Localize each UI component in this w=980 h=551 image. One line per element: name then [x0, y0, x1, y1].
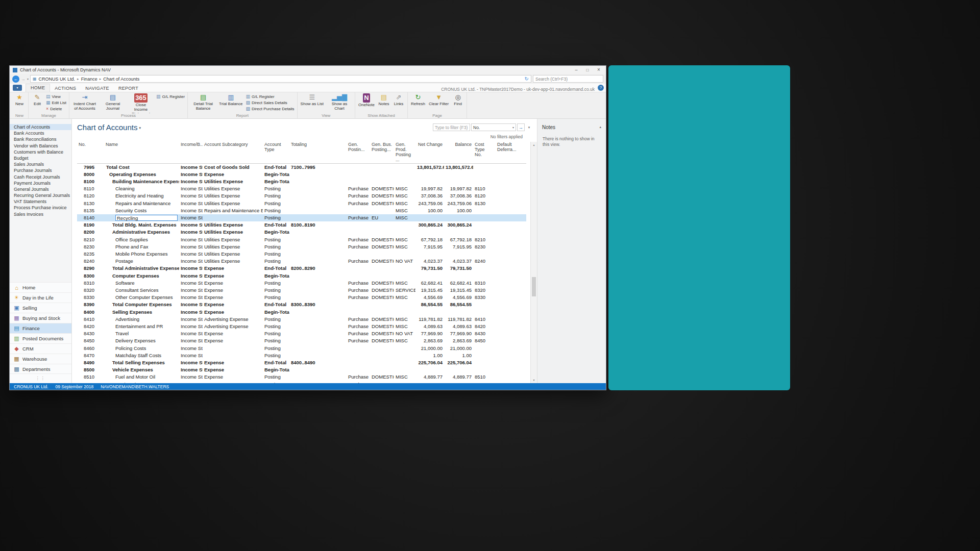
search-input[interactable]: Search (Ctrl+F3) [533, 75, 603, 83]
tab-actions[interactable]: ACTIONS [50, 85, 81, 92]
column-header-bal[interactable]: Balance [444, 142, 473, 163]
ribbon-button-delete[interactable]: ×Delete [45, 106, 67, 112]
table-row[interactable]: 8500Vehicle ExpensesIncome St...ExpenseB… [77, 366, 526, 373]
table-row[interactable]: 8300Computer ExpensesIncome St...Expense… [77, 272, 526, 280]
ribbon-button-new[interactable]: ★New [12, 93, 27, 113]
ribbon-button-notes[interactable]: ▤Notes [377, 93, 391, 113]
table-row[interactable]: 8140RecyclingIncome St...PostingPurchase… [77, 214, 526, 221]
sidebar-item-customers-with-balance[interactable]: Customers with Balance [10, 149, 71, 155]
table-row[interactable]: 8330Other Computer ExpensesIncome St...E… [77, 294, 526, 301]
tab-home[interactable]: HOME [26, 84, 50, 92]
sidebar-grip[interactable]: ⋮⋮ [10, 373, 71, 383]
ribbon-button-view[interactable]: ▤View [45, 93, 67, 99]
column-header-bus[interactable]: Gen. Bus. Posting... [370, 142, 394, 163]
table-row[interactable]: 8120Electricity and HeatingIncome St...U… [77, 192, 526, 199]
page-title-caret-icon[interactable]: ▾ [139, 126, 141, 130]
column-header-net[interactable]: Net Change [415, 142, 444, 163]
sidebar-item-chart-of-accounts[interactable]: Chart of Accounts [10, 124, 71, 130]
history-dropdown-icon[interactable] [27, 77, 29, 81]
sidebar-item-bank-accounts[interactable]: Bank Accounts [10, 130, 71, 136]
column-header-gen[interactable]: Gen. Postin... [347, 142, 370, 163]
ribbon-button-edit-list[interactable]: ▦Edit List [45, 99, 67, 106]
table-row[interactable]: 8310SoftwareIncome St...ExpensePostingPu… [77, 280, 526, 287]
ribbon-button-onenote[interactable]: NOneNote [357, 93, 376, 113]
ribbon-button-show-as-list[interactable]: ☰Show as List [299, 93, 325, 113]
table-row[interactable]: 8510Fuel and Motor OilIncome St...Expens… [77, 373, 526, 381]
filter-collapse-icon[interactable] [526, 126, 532, 130]
ribbon-button-general-journal[interactable]: ▤General Journal [99, 93, 127, 113]
table-row[interactable]: 8200Administrative ExpensesIncome St...U… [77, 229, 526, 236]
tab-report[interactable]: REPORT [114, 85, 143, 92]
table-row[interactable]: 8320Consultant ServicesIncome St...Expen… [77, 287, 526, 294]
ribbon-button-refresh[interactable]: ↻Refresh [409, 93, 427, 113]
table-row[interactable]: 8390Total Computer ExpensesIncome St...E… [77, 301, 526, 308]
column-header-cost[interactable]: Cost Type No. [473, 142, 496, 163]
ribbon-button-edit[interactable]: ✎Edit [30, 93, 44, 113]
forward-button[interactable] [21, 77, 26, 82]
table-row[interactable]: 8450Delivery ExpensesIncome St...Expense… [77, 337, 526, 344]
column-header-subcat[interactable]: Account Subcategory [203, 142, 263, 163]
ribbon-button-close-income-statement[interactable]: 365Close Income Statement [127, 93, 155, 113]
nav-item-day-in-the-life[interactable]: ☀Day in the Life [10, 292, 71, 303]
breadcrumb-item-cronus-uk-ltd[interactable]: CRONUS UK Ltd. [39, 77, 76, 82]
column-header-prod[interactable]: Gen. Prod. Posting ... [394, 142, 415, 163]
ribbon-button-g-l-register[interactable]: ▥G/L Register [155, 93, 186, 99]
filter-input[interactable]: Type to filter (F3) [433, 123, 470, 131]
column-header-ib[interactable]: Income/B... [179, 142, 203, 163]
nav-item-crm[interactable]: ◆CRM [10, 343, 71, 354]
sidebar-item-sales-invoices[interactable]: Sales Invoices [10, 211, 71, 217]
sidebar-item-cash-receipt-journals[interactable]: Cash Receipt Journals [10, 174, 71, 180]
ribbon-button-show-as-chart[interactable]: ▂▅▇Show as Chart [326, 93, 353, 113]
refresh-page-icon[interactable] [525, 76, 529, 82]
ribbon-button-direct-sales-details[interactable]: ▨Direct Sales Details [245, 99, 296, 106]
ribbon-button-detail-trial-balance[interactable]: ▤Detail Trial Balance [189, 93, 217, 113]
sidebar-item-sales-journals[interactable]: Sales Journals [10, 161, 71, 167]
table-row[interactable]: 8135Security CostsIncome St...Repairs an… [77, 207, 526, 214]
table-row[interactable]: 8000Operating ExpensesIncome St...Expens… [77, 171, 526, 178]
table-row[interactable]: 8460Policing CostsIncome St...Posting21,… [77, 345, 526, 352]
nav-item-buying-and-stock[interactable]: ▦Buying and Stock [10, 313, 71, 323]
sidebar-item-vendor-with-balances[interactable]: Vendor with Balances [10, 143, 71, 149]
sidebar-item-recurring-general-journals[interactable]: Recurring General Journals [10, 192, 71, 198]
table-row[interactable]: 8110CleaningIncome St...Utilities Expens… [77, 185, 526, 192]
nav-item-posted-documents[interactable]: ▥Posted Documents [10, 333, 71, 343]
breadcrumb-item-chart-of-accounts[interactable]: Chart of Accounts [103, 77, 139, 82]
filter-column-select[interactable]: No.▾ [471, 123, 516, 131]
notes-collapse-icon[interactable] [599, 125, 601, 129]
table-row[interactable]: 8230Phone and FaxIncome St...Utilities E… [77, 243, 526, 251]
close-button[interactable] [593, 66, 604, 73]
ribbon-button-g-l-register[interactable]: ▥G/L Register [245, 93, 296, 99]
sidebar-item-bank-reconciliations[interactable]: Bank Reconciliations [10, 136, 71, 142]
nav-item-home[interactable]: ⌂Home [10, 282, 71, 292]
table-row[interactable]: 8130Repairs and MaintenanceIncome St...U… [77, 200, 526, 207]
ribbon-button-trial-balance[interactable]: ▥Trial Balance [217, 93, 244, 113]
sidebar-item-purchase-journals[interactable]: Purchase Journals [10, 167, 71, 173]
table-row[interactable]: 8400Selling ExpensesIncome St...ExpenseB… [77, 309, 526, 316]
table-row[interactable]: 8235Mobile Phone ExpensesIncome St...Uti… [77, 251, 526, 258]
sidebar-item-general-journals[interactable]: General Journals [10, 186, 71, 192]
table-row[interactable]: 8410AdvertisingIncome St...Advertising E… [77, 316, 526, 323]
ribbon-button-indent-chart-of-accounts[interactable]: ⇥Indent Chart of Accounts [71, 93, 99, 113]
sidebar-item-budget[interactable]: Budget [10, 155, 71, 161]
help-icon[interactable] [598, 85, 604, 91]
filter-go-button[interactable] [517, 123, 525, 131]
name-edit-cell[interactable]: Recycling [115, 215, 178, 221]
tab-navigate[interactable]: NAVIGATE [81, 85, 114, 92]
breadcrumb-item-finance[interactable]: Finance [81, 77, 97, 82]
column-header-no[interactable]: No. [77, 142, 104, 163]
nav-item-warehouse[interactable]: ▦Warehouse [10, 354, 71, 364]
ribbon-button-direct-purchase-details[interactable]: ▧Direct Purchase Details [245, 106, 296, 112]
vertical-scrollbar[interactable] [530, 142, 537, 383]
scrollbar-thumb[interactable] [532, 277, 536, 296]
table-row[interactable]: 8420Entertainment and PRIncome St...Adve… [77, 323, 526, 330]
sidebar-item-vat-statements[interactable]: VAT Statements [10, 198, 71, 205]
maximize-button[interactable] [582, 66, 593, 73]
nav-item-finance[interactable]: ▤Finance [10, 323, 71, 333]
nav-item-departments[interactable]: ▩Departments [10, 364, 71, 374]
ribbon-menu-icon[interactable] [13, 85, 22, 91]
back-button[interactable] [12, 76, 19, 83]
column-header-type[interactable]: Account Type [263, 142, 289, 163]
table-row[interactable]: 8430TravelIncome St...ExpensePostingPurc… [77, 330, 526, 337]
column-header-name[interactable]: Name [104, 142, 179, 163]
table-row[interactable]: 8100Building Maintenance ExpensesIncome … [77, 178, 526, 185]
